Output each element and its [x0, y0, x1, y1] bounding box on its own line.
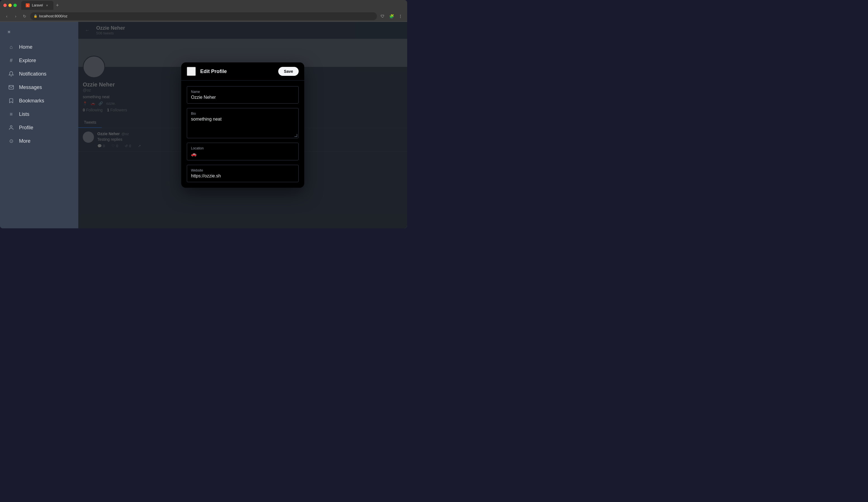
titlebar: L Laravel ✕ + [0, 0, 407, 11]
website-field-inner: Website [187, 165, 299, 182]
tab-close-button[interactable]: ✕ [45, 3, 49, 7]
bio-textarea[interactable] [191, 117, 294, 133]
browser-content: ☀ ⌂ Home # Explore Notifications [0, 22, 407, 228]
main-content: ← Ozzie Neher 506 tweets Ozzie Neher @oz… [78, 22, 407, 228]
sidebar: ☀ ⌂ Home # Explore Notifications [0, 22, 78, 228]
website-label: Website [191, 169, 294, 172]
name-input[interactable] [191, 95, 294, 100]
modal-body: Name Bio [181, 81, 304, 188]
modal-header: ✕ Edit Profile Save [181, 62, 304, 81]
sidebar-item-lists[interactable]: ≡ Lists [2, 108, 76, 120]
explore-icon: # [8, 57, 14, 64]
location-field-inner: Location [187, 143, 299, 160]
tab-favicon-icon: L [26, 3, 30, 7]
maximize-window-button[interactable] [13, 4, 17, 7]
textarea-resize-handle[interactable] [294, 134, 297, 137]
name-field: Name [187, 86, 299, 103]
sidebar-item-bookmarks-label: Bookmarks [19, 98, 44, 104]
theme-icon: ☀ [6, 29, 12, 35]
modal-close-button[interactable]: ✕ [187, 67, 196, 76]
bio-label: Bio [191, 112, 294, 116]
security-icon: 🔒 [33, 14, 38, 18]
browser-toolbar: ‹ › ↻ 🔒 localhost:8000/oz 🛡 🧩 ⋮ [0, 11, 407, 22]
website-input[interactable] [191, 173, 294, 179]
browser-frame: L Laravel ✕ + ‹ › ↻ 🔒 localhost:8000/oz … [0, 0, 407, 228]
modal-overlay: ✕ Edit Profile Save Name [78, 22, 407, 228]
location-input[interactable] [191, 151, 294, 157]
bookmarks-icon [8, 97, 14, 104]
close-window-button[interactable] [3, 4, 7, 7]
website-field: Website [187, 165, 299, 182]
sidebar-item-messages[interactable]: Messages [2, 81, 76, 93]
sidebar-item-explore-label: Explore [19, 58, 36, 63]
brave-shield-icon[interactable]: 🛡 [379, 13, 386, 20]
home-icon: ⌂ [8, 44, 14, 50]
svg-point-0 [10, 126, 12, 128]
reload-button[interactable]: ↻ [21, 13, 28, 20]
sidebar-item-more[interactable]: ⊙ More [2, 135, 76, 147]
sidebar-item-lists-label: Lists [19, 111, 29, 117]
profile-icon [8, 124, 14, 131]
tab-bar: L Laravel ✕ + [21, 1, 404, 10]
sidebar-item-bookmarks[interactable]: Bookmarks [2, 94, 76, 107]
sidebar-item-profile-label: Profile [19, 125, 33, 131]
back-button[interactable]: ‹ [3, 13, 10, 20]
sidebar-item-explore[interactable]: # Explore [2, 54, 76, 67]
extensions-icon[interactable]: 🧩 [388, 13, 395, 20]
edit-profile-modal: ✕ Edit Profile Save Name [181, 62, 304, 188]
modal-title: Edit Profile [200, 69, 274, 74]
sidebar-item-profile[interactable]: Profile [2, 121, 76, 134]
toolbar-actions: 🛡 🧩 ⋮ [379, 13, 404, 20]
new-tab-button[interactable]: + [53, 1, 61, 9]
lists-icon: ≡ [8, 111, 14, 118]
sidebar-theme-button[interactable]: ☀ [0, 26, 78, 38]
forward-button[interactable]: › [12, 13, 19, 20]
sidebar-item-messages-label: Messages [19, 84, 42, 90]
sidebar-item-home[interactable]: ⌂ Home [2, 41, 76, 53]
name-label: Name [191, 90, 294, 94]
location-field: Location [187, 143, 299, 160]
notifications-icon [8, 71, 14, 77]
bio-field: Bio [187, 108, 299, 138]
browser-tab[interactable]: L Laravel ✕ [21, 1, 53, 10]
tab-title: Laravel [32, 3, 43, 7]
sidebar-item-home-label: Home [19, 44, 32, 50]
traffic-lights [3, 4, 17, 7]
url-text: localhost:8000/oz [39, 14, 68, 18]
location-label: Location [191, 146, 294, 150]
minimize-window-button[interactable] [8, 4, 12, 7]
modal-save-button[interactable]: Save [278, 67, 299, 76]
settings-icon[interactable]: ⋮ [397, 13, 404, 20]
more-icon: ⊙ [8, 138, 14, 144]
bio-field-inner: Bio [187, 108, 299, 138]
sidebar-item-more-label: More [19, 138, 30, 144]
sidebar-item-notifications-label: Notifications [19, 71, 46, 77]
sidebar-item-notifications[interactable]: Notifications [2, 68, 76, 80]
address-bar[interactable]: 🔒 localhost:8000/oz [30, 12, 377, 20]
messages-icon [8, 84, 14, 91]
name-field-inner: Name [187, 86, 299, 103]
